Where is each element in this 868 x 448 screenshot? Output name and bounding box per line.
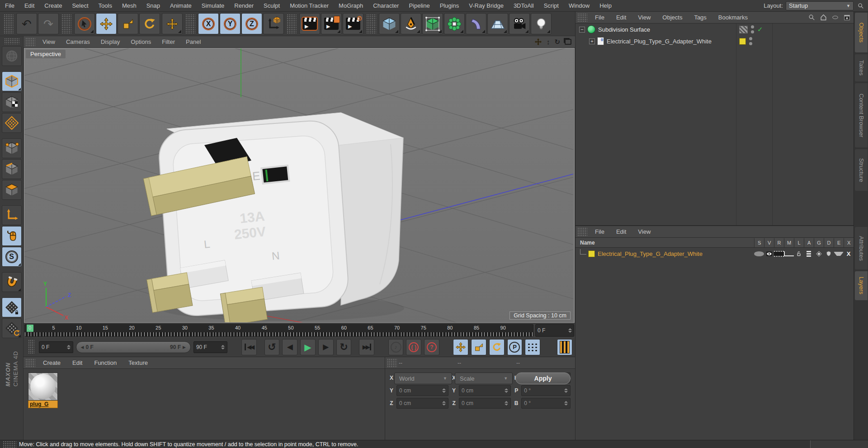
editor-render-dots-icon[interactable] <box>751 25 754 33</box>
viewport-menu-item[interactable]: Cameras <box>61 38 95 45</box>
stepper-icon[interactable] <box>564 401 568 406</box>
render-view-button[interactable]: ▶ <box>299 13 320 34</box>
keyframe-selection-button[interactable] <box>557 339 572 355</box>
menu-item[interactable]: Pipeline <box>404 2 434 9</box>
viewport-menu-item[interactable]: Options <box>125 38 156 45</box>
menu-item[interactable]: Animate <box>165 2 197 9</box>
rotation-field[interactable]: 0 ° <box>521 398 571 409</box>
object-manager-menu-item[interactable]: Edit <box>610 14 632 21</box>
points-mode-button[interactable] <box>2 138 22 158</box>
key-scale-button[interactable] <box>471 339 486 355</box>
stepper-icon[interactable] <box>67 345 71 349</box>
texture-mode-button[interactable] <box>2 92 22 112</box>
viewport-rotate-icon[interactable]: ↻ <box>554 38 560 46</box>
key-parameter-button[interactable]: P <box>507 339 523 355</box>
tab-takes[interactable]: Takes <box>855 54 868 81</box>
next-key-button[interactable]: ↻ <box>336 339 352 355</box>
object-row-plug[interactable]: + Electrical_Plug_Type_G_Adapter_White <box>576 35 854 47</box>
viewport-toggle-panes-icon[interactable] <box>565 39 571 45</box>
layer-label[interactable]: Electrical_Plug_Type_G_Adapter_White <box>598 250 703 257</box>
coordinate-system-button[interactable] <box>263 13 284 34</box>
viewport-menu-item[interactable]: Display <box>95 38 126 45</box>
viewport-grip[interactable] <box>25 38 35 46</box>
move-tool-button[interactable] <box>96 13 117 34</box>
material-grip[interactable] <box>25 358 35 367</box>
layer-column-header[interactable]: R <box>774 238 784 247</box>
stepper-icon[interactable] <box>564 388 568 393</box>
viewport-3d-scene[interactable]: TYPE G <box>24 48 573 323</box>
axis-mode-button[interactable] <box>2 205 22 225</box>
axis-y-lock-button[interactable]: Y <box>220 13 241 34</box>
stepper-icon[interactable] <box>568 328 572 333</box>
polygons-mode-button[interactable] <box>2 180 22 200</box>
autokey-button[interactable]: ? <box>424 339 439 355</box>
stepper-icon[interactable] <box>505 388 508 393</box>
menu-item[interactable]: Sculpt <box>259 2 285 9</box>
coordinates-grip[interactable] <box>387 358 397 367</box>
layer-column-header[interactable]: A <box>804 238 814 247</box>
apply-button[interactable]: Apply <box>515 373 571 384</box>
record-button[interactable]: ( ) <box>406 339 421 355</box>
goto-start-button[interactable]: ◀◀ <box>241 339 257 355</box>
layer-manager-menu-item[interactable]: View <box>632 228 656 235</box>
object-manager-menu-item[interactable]: Objects <box>656 14 688 21</box>
expressions-toggle-icon[interactable] <box>834 250 844 257</box>
preview-range-slider[interactable]: ◀ 0 F 90 F ▶ <box>76 341 191 353</box>
current-frame-field[interactable]: 0 F <box>535 324 574 337</box>
object-row-subdivision-surface[interactable]: − Subdivision Surface ✓ <box>576 24 854 35</box>
object-label[interactable]: Subdivision Surface <box>598 26 650 33</box>
collapse-icon[interactable]: − <box>579 27 585 33</box>
edges-mode-button[interactable] <box>2 159 22 179</box>
menu-item[interactable]: Snap <box>142 2 165 9</box>
stepper-icon[interactable] <box>442 401 446 406</box>
enabled-check-icon[interactable]: ✓ <box>757 25 763 33</box>
layer-column-header[interactable]: L <box>794 238 804 247</box>
toolbar-grip[interactable] <box>185 14 195 33</box>
camera-button[interactable] <box>509 13 530 34</box>
stepper-icon[interactable] <box>505 401 508 406</box>
menu-item[interactable]: Mesh <box>117 2 142 9</box>
rotate-tool-button[interactable] <box>139 13 160 34</box>
axis-z-lock-button[interactable]: Z <box>241 13 262 34</box>
visible-toggle-icon[interactable] <box>764 250 774 257</box>
tab-layers[interactable]: Layers <box>855 271 868 300</box>
workplane-mode-button[interactable] <box>2 113 22 133</box>
quantize-rotate-button[interactable] <box>2 318 22 338</box>
plug-model[interactable]: TYPE G <box>143 113 403 323</box>
layer-manager-menu-item[interactable]: Edit <box>610 228 632 235</box>
viewport-menu-item[interactable]: View <box>37 38 61 45</box>
material-item[interactable]: plug_G <box>28 373 58 408</box>
key-pla-button[interactable] <box>525 339 540 355</box>
model-mode-button[interactable] <box>2 71 22 91</box>
prev-key-button[interactable]: ↺ <box>264 339 280 355</box>
subdivision-surface-button[interactable] <box>422 13 443 34</box>
layer-manager-grip[interactable] <box>577 227 587 236</box>
floor-button[interactable] <box>487 13 508 34</box>
axis-x-lock-button[interactable]: X <box>198 13 219 34</box>
toolbar-grip[interactable] <box>4 38 19 44</box>
viewport-menu-item[interactable]: Filter <box>156 38 180 45</box>
editor-render-dots-icon[interactable] <box>749 37 752 45</box>
material-menu-item[interactable]: Edit <box>66 359 88 366</box>
menu-item[interactable]: Render <box>229 2 259 9</box>
layer-column-header[interactable]: X <box>844 238 854 247</box>
menu-item[interactable]: MoGraph <box>334 2 368 9</box>
layer-column-header[interactable]: M <box>784 238 794 247</box>
goto-end-button[interactable]: ▶▶ <box>359 339 374 355</box>
spline-pen-button[interactable] <box>401 13 421 34</box>
snap-button[interactable] <box>2 272 22 292</box>
add-object-icon[interactable] <box>843 14 851 21</box>
next-frame-button[interactable]: ▶ <box>318 339 334 355</box>
visibility-toggle-icon[interactable] <box>739 26 748 33</box>
menu-item[interactable]: Script <box>539 2 564 9</box>
layer-column-header[interactable]: D <box>824 238 834 247</box>
material-preview[interactable] <box>28 373 58 401</box>
menu-item[interactable]: File <box>0 2 19 9</box>
transport-grip[interactable] <box>28 340 34 354</box>
layout-dropdown[interactable]: Startup ▼ <box>786 1 854 10</box>
menu-item[interactable]: Plugins <box>435 2 464 9</box>
menu-item[interactable]: Simulate <box>197 2 230 9</box>
layer-column-header[interactable]: S <box>754 238 764 247</box>
tab-objects[interactable]: Objects <box>855 13 868 52</box>
cube-primitive-button[interactable] <box>379 13 400 34</box>
